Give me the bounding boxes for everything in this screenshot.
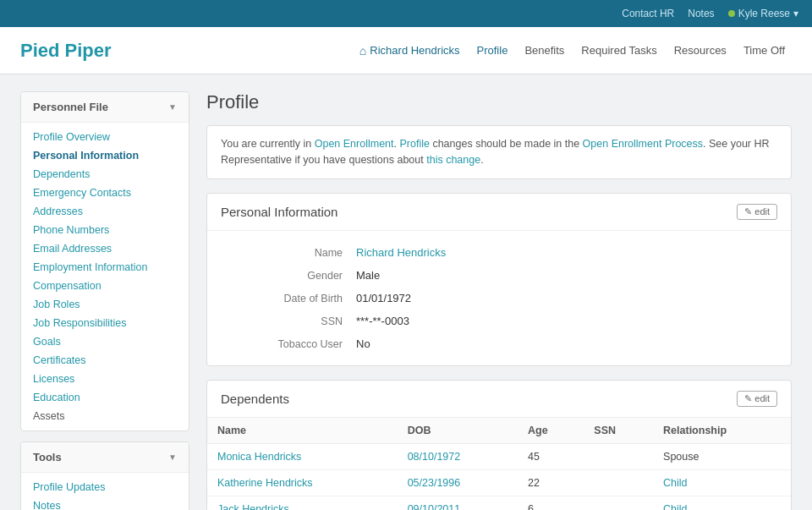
dependents-header: Dependents ✎ edit <box>207 381 791 418</box>
sidebar-item-job-roles[interactable]: Job Roles <box>21 295 189 314</box>
user-menu[interactable]: Kyle Reese ▾ <box>728 8 798 19</box>
gender-value: Male <box>356 269 380 282</box>
sidebar-item-profile-overview[interactable]: Profile Overview <box>21 128 189 146</box>
alert-box: You are currently in Open Enrollment. Pr… <box>206 125 792 179</box>
dep-name-2: Jack Hendricks <box>207 496 398 510</box>
tobacco-row: Tobacco User No <box>207 332 791 355</box>
dep-ssn-1 <box>584 469 653 496</box>
name-row: Name Richard Hendricks <box>207 241 791 264</box>
personal-info-header: Personal Information ✎ edit <box>207 194 791 231</box>
alert-open-enrollment-process-link[interactable]: Open Enrollment Process <box>583 138 703 150</box>
dependents-table-header-row: Name DOB Age SSN Relationship <box>207 418 791 444</box>
sidebar-item-notes[interactable]: Notes <box>21 496 189 510</box>
dep-age-1: 22 <box>518 469 584 496</box>
sidebar-item-addresses[interactable]: Addresses <box>21 202 189 221</box>
tools-nav: Profile Updates Notes Timeline <box>21 473 189 510</box>
alert-open-enrollment-link[interactable]: Open Enrollment <box>315 138 394 150</box>
user-name: Kyle Reese <box>738 8 790 19</box>
ssn-label: SSN <box>221 315 356 327</box>
tobacco-label: Tobacco User <box>221 338 356 350</box>
col-relationship: Relationship <box>653 418 791 444</box>
page-body: Personnel File ▼ Profile Overview Person… <box>0 74 812 510</box>
sidebar-item-employment-information[interactable]: Employment Information <box>21 258 189 277</box>
sidebar-item-phone-numbers[interactable]: Phone Numbers <box>21 221 189 239</box>
nav-benefits[interactable]: Benefits <box>518 41 571 60</box>
sidebar-item-personal-information[interactable]: Personal Information <box>21 146 189 165</box>
top-bar: Contact HR Notes Kyle Reese ▾ <box>0 0 812 27</box>
personnel-file-header[interactable]: Personnel File ▼ <box>21 92 189 123</box>
tobacco-value: No <box>356 337 370 350</box>
gender-label: Gender <box>221 270 356 282</box>
sidebar-item-licenses[interactable]: Licenses <box>21 370 189 388</box>
table-row: Jack Hendricks 09/10/2011 6 Child <box>207 496 791 510</box>
user-dropdown-icon: ▾ <box>793 8 798 19</box>
alert-profile-link[interactable]: Profile <box>399 138 429 150</box>
col-dob: DOB <box>398 418 518 444</box>
sidebar-item-profile-updates[interactable]: Profile Updates <box>21 478 189 496</box>
dep-name-0: Monica Hendricks <box>207 443 398 469</box>
dep-rel-1: Child <box>653 469 791 496</box>
ssn-value: ***-**-0003 <box>356 315 409 327</box>
dependents-table: Name DOB Age SSN Relationship Monica Hen… <box>207 418 791 511</box>
nav-profile[interactable]: Profile <box>470 41 515 60</box>
table-row: Katherine Hendricks 05/23/1996 22 Child <box>207 469 791 496</box>
sidebar-item-email-addresses[interactable]: Email Addresses <box>21 239 189 258</box>
tools-title: Tools <box>33 451 62 463</box>
personnel-file-title: Personnel File <box>33 101 108 113</box>
sidebar: Personnel File ▼ Profile Overview Person… <box>20 91 189 510</box>
dep-ssn-2 <box>584 496 653 510</box>
sidebar-item-emergency-contacts[interactable]: Emergency Contacts <box>21 184 189 202</box>
name-value: Richard Hendricks <box>356 246 446 259</box>
dep-age-2: 6 <box>518 496 584 510</box>
alert-text1: You are currently in <box>221 138 315 150</box>
dependents-title: Dependents <box>221 392 289 406</box>
page-title: Profile <box>206 91 792 113</box>
alert-text3: changes should be made in the <box>430 138 583 150</box>
name-label: Name <box>221 247 356 259</box>
col-name: Name <box>207 418 398 444</box>
nav-time-off[interactable]: Time Off <box>737 41 792 60</box>
sidebar-item-job-responsibilities[interactable]: Job Responsibilities <box>21 314 189 332</box>
nav-home-label: Richard Hendricks <box>370 44 459 57</box>
dep-name-1: Katherine Hendricks <box>207 469 398 496</box>
personnel-file-nav: Profile Overview Personal Information De… <box>21 123 189 430</box>
user-status-icon <box>728 10 735 17</box>
dependents-edit-button[interactable]: ✎ edit <box>737 391 777 407</box>
sidebar-item-goals[interactable]: Goals <box>21 332 189 351</box>
sidebar-item-certificates[interactable]: Certificates <box>21 351 189 370</box>
personal-info-title: Personal Information <box>221 205 337 219</box>
ssn-row: SSN ***-**-0003 <box>207 310 791 332</box>
nav-required-tasks[interactable]: Required Tasks <box>574 41 663 60</box>
dep-ssn-0 <box>584 443 653 469</box>
dep-dob-2: 09/10/2011 <box>398 496 518 510</box>
dep-rel-0: Spouse <box>653 443 791 469</box>
contact-hr-link[interactable]: Contact HR <box>622 8 674 19</box>
chevron-down-icon: ▼ <box>168 102 177 112</box>
sidebar-item-dependents[interactable]: Dependents <box>21 165 189 184</box>
dob-row: Date of Birth 01/01/1972 <box>207 287 791 310</box>
personal-info-table: Name Richard Hendricks Gender Male Date … <box>207 231 791 365</box>
dep-dob-1: 05/23/1996 <box>398 469 518 496</box>
dep-dob-0: 08/10/1972 <box>398 443 518 469</box>
tools-header[interactable]: Tools ▼ <box>21 442 189 473</box>
dependents-card: Dependents ✎ edit Name DOB Age SSN Relat… <box>206 380 792 511</box>
personal-info-card: Personal Information ✎ edit Name Richard… <box>206 193 792 366</box>
table-row: Monica Hendricks 08/10/1972 45 Spouse <box>207 443 791 469</box>
logo: Pied Piper <box>20 40 112 62</box>
header: Pied Piper ⌂ Richard Hendricks Profile B… <box>0 27 812 74</box>
col-age: Age <box>518 418 584 444</box>
gender-row: Gender Male <box>207 264 791 287</box>
notes-link[interactable]: Notes <box>688 8 714 19</box>
main-nav: ⌂ Richard Hendricks Profile Benefits Req… <box>353 41 792 61</box>
alert-text5: . <box>480 154 483 166</box>
sidebar-item-assets: Assets <box>21 407 189 425</box>
nav-resources[interactable]: Resources <box>667 41 733 60</box>
alert-this-change-link[interactable]: this change <box>426 154 480 166</box>
nav-home[interactable]: ⌂ Richard Hendricks <box>353 41 467 61</box>
chevron-down-icon-tools: ▼ <box>168 452 177 462</box>
personal-info-edit-button[interactable]: ✎ edit <box>737 204 777 220</box>
dep-age-0: 45 <box>518 443 584 469</box>
sidebar-item-education[interactable]: Education <box>21 388 189 407</box>
dob-value: 01/01/1972 <box>356 292 411 304</box>
sidebar-item-compensation[interactable]: Compensation <box>21 277 189 295</box>
